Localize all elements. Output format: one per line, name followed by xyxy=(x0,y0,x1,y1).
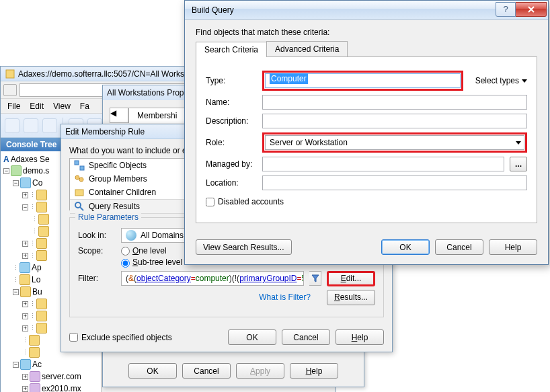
cancel-button[interactable]: Cancel xyxy=(182,363,231,379)
svg-point-4 xyxy=(79,178,83,182)
app-icon xyxy=(5,69,15,79)
menu-edit[interactable]: Edit xyxy=(30,102,44,111)
ok-button[interactable]: OK xyxy=(228,329,276,345)
name-field[interactable] xyxy=(262,95,527,110)
location-field[interactable] xyxy=(262,175,527,190)
help-button[interactable]: Help xyxy=(290,363,338,379)
expander-icon[interactable]: + xyxy=(22,374,28,380)
tab-membership[interactable]: Membershi xyxy=(128,108,186,123)
apply-button[interactable]: Apply xyxy=(236,363,284,379)
results-button[interactable]: Results... xyxy=(327,290,375,305)
name-label: Name: xyxy=(206,97,257,107)
disabled-accounts-checkbox[interactable]: Disabled accounts xyxy=(206,197,284,206)
ok-button[interactable]: OK xyxy=(381,239,430,255)
expander-icon[interactable]: + xyxy=(22,241,28,247)
exclude-checkbox[interactable]: Exclude specified objects xyxy=(69,333,172,342)
cancel-button[interactable]: Cancel xyxy=(435,239,483,255)
folder-icon xyxy=(36,311,47,321)
expander-icon[interactable]: + xyxy=(22,253,28,259)
type-field-highlight: Computer xyxy=(262,71,463,91)
tab-search-criteria[interactable]: Search Criteria xyxy=(196,42,267,57)
edit-filter-button[interactable]: Edit... xyxy=(327,271,375,286)
what-is-filter-link[interactable]: What is Filter? xyxy=(259,292,311,302)
objects-icon xyxy=(74,160,85,171)
properties-title: All Workstations Prope xyxy=(107,88,188,97)
role-field-highlight: Server or Workstation xyxy=(262,132,527,153)
address: Adaxes://demo.softerra.llc:5057/CN=All W… xyxy=(18,69,184,79)
globe-icon xyxy=(126,230,136,241)
expander-icon[interactable]: − xyxy=(13,289,19,295)
location-label: Location: xyxy=(206,178,257,188)
menu-view[interactable]: View xyxy=(53,102,71,111)
query-intro: Find objects that match these criteria: xyxy=(196,28,537,37)
description-field[interactable] xyxy=(262,114,527,128)
expander-icon[interactable]: + xyxy=(22,192,28,198)
container-icon xyxy=(74,187,85,198)
tree-label: demo.s xyxy=(23,166,49,175)
exclude-checkbox-input[interactable] xyxy=(69,333,78,342)
scope-label: Scope: xyxy=(78,246,116,256)
svg-rect-0 xyxy=(6,70,14,78)
toolbar-button[interactable] xyxy=(42,118,57,133)
tree-item[interactable]: +server.com xyxy=(2,370,100,383)
select-types-link[interactable]: Select types xyxy=(475,76,527,85)
titlebar-help-button[interactable]: ? xyxy=(496,2,516,17)
search-criteria-panel: Type: Computer Select types Name: Descri… xyxy=(196,57,537,223)
svg-line-7 xyxy=(80,207,83,210)
ok-button[interactable]: OK xyxy=(128,363,177,379)
menu-file[interactable]: File xyxy=(7,102,20,111)
managed-by-label: Managed by: xyxy=(206,159,257,169)
toolbar-button[interactable] xyxy=(5,118,19,133)
folder-icon xyxy=(36,250,47,261)
expander-icon[interactable]: + xyxy=(22,325,28,331)
rule-title: Edit Membership Rule xyxy=(65,127,145,136)
type-value: Computer xyxy=(270,73,308,84)
option-label: Group Members xyxy=(89,174,147,184)
expander-icon[interactable]: − xyxy=(22,204,28,210)
chevron-down-icon xyxy=(522,79,527,83)
close-button[interactable] xyxy=(516,2,547,17)
tree-label: ex2010.mx xyxy=(42,384,81,392)
tree-item[interactable]: −Ac xyxy=(2,358,100,370)
folder-icon xyxy=(36,190,47,200)
chevron-down-icon xyxy=(516,141,521,145)
help-button[interactable]: Help xyxy=(489,239,537,255)
folder-icon xyxy=(19,274,30,285)
browse-button[interactable]: ... xyxy=(510,157,527,171)
cancel-button[interactable]: Cancel xyxy=(282,329,330,345)
managed-by-field[interactable] xyxy=(262,157,504,171)
expander-icon[interactable]: + xyxy=(22,386,28,392)
help-button[interactable]: Help xyxy=(336,329,384,345)
tree-item[interactable]: +ex2010.mx xyxy=(2,383,100,392)
filter-builder-icon[interactable] xyxy=(309,271,321,286)
expander-icon[interactable]: + xyxy=(22,301,28,307)
query-title: Build Query xyxy=(192,5,496,15)
tree-label: Lo xyxy=(32,275,40,284)
tab-advanced-criteria[interactable]: Advanced Criteria xyxy=(266,41,348,56)
expander-icon[interactable]: − xyxy=(3,168,9,174)
folder-icon xyxy=(38,214,49,225)
query-titlebar: Build Query ? xyxy=(185,1,548,19)
view-search-results-button[interactable]: View Search Results... xyxy=(196,239,292,255)
menu-favorites[interactable]: Fa xyxy=(80,102,89,111)
expander-icon[interactable]: − xyxy=(13,362,19,368)
type-field[interactable]: Computer xyxy=(265,73,461,88)
group-icon xyxy=(74,173,85,184)
toolbar-button[interactable] xyxy=(24,118,38,133)
domain-icon xyxy=(30,371,40,382)
svg-point-6 xyxy=(75,202,81,208)
ad-node-icon xyxy=(20,359,31,370)
query-icon xyxy=(74,201,85,212)
svg-rect-1 xyxy=(75,161,79,165)
folder-icon xyxy=(29,335,40,346)
role-select[interactable]: Server or Workstation xyxy=(265,135,524,150)
folder-icon xyxy=(36,323,47,334)
filter-field[interactable]: (&(objectCategory=computer)(!(primaryGro… xyxy=(121,271,304,286)
scope-subtree[interactable]: Sub-tree level xyxy=(121,258,182,267)
scope-one-level[interactable]: One level xyxy=(121,246,167,256)
expander-icon[interactable]: − xyxy=(13,180,19,186)
disabled-accounts-input[interactable] xyxy=(206,198,214,206)
expander-icon[interactable]: + xyxy=(22,313,28,319)
disabled-accounts-label: Disabled accounts xyxy=(218,197,284,206)
tree-label: server.com xyxy=(42,372,81,381)
